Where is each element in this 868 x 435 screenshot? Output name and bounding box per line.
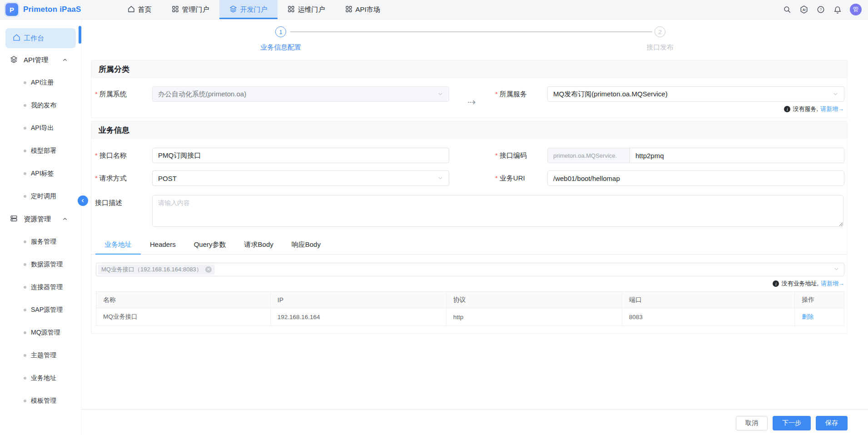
sidebar-item-template-management[interactable]: 模板管理 [0, 390, 81, 412]
sidebar-item-connector-management[interactable]: 连接器管理 [0, 276, 81, 299]
portal-nav: 首页 管理门户 开发门户 运维门户 API市场 [118, 0, 390, 19]
bullet-icon [24, 127, 26, 130]
col-protocol: 协议 [446, 292, 622, 308]
nav-item-api-market[interactable]: API市场 [335, 0, 390, 19]
table-header-row: 名称 IP 协议 端口 操作 [96, 292, 844, 308]
tag-close-icon[interactable]: ✕ [205, 266, 212, 273]
sidebar-item-topic-management[interactable]: 主题管理 [0, 344, 81, 367]
cancel-button[interactable]: 取消 [736, 416, 768, 430]
stepper-step-2: 2 接口发布 [624, 26, 696, 52]
sidebar-item-model-deploy[interactable]: 模型部署 [0, 140, 81, 162]
tab-query-params[interactable]: Query参数 [185, 240, 235, 254]
section-title-category: 所属分类 [91, 60, 847, 78]
api-name-input[interactable] [152, 148, 449, 163]
sidebar-item-my-publish[interactable]: 我的发布 [0, 94, 81, 117]
business-uri-input[interactable] [547, 170, 844, 186]
notification-bell-icon[interactable] [833, 5, 842, 14]
no-address-hint: i 没有业务地址,请新增→ [96, 280, 844, 288]
sidebar-item-api-tags[interactable]: API标签 [0, 162, 81, 185]
sidebar-item-mq-source-management[interactable]: MQ源管理 [0, 321, 81, 344]
bullet-icon [24, 104, 26, 107]
api-code-input[interactable] [630, 148, 844, 163]
user-avatar[interactable]: 管 [850, 4, 862, 15]
grid-icon [288, 5, 295, 14]
sidebar-item-sap-source-management[interactable]: SAP源管理 [0, 299, 81, 321]
description-textarea[interactable] [152, 195, 843, 227]
search-icon[interactable] [783, 5, 792, 14]
sidebar-collapse-button[interactable] [78, 195, 88, 206]
sidebar-item-api-export[interactable]: API导出 [0, 117, 81, 140]
database-icon [10, 215, 18, 224]
tab-business-address[interactable]: 业务地址 [95, 240, 141, 254]
table-row: MQ业务接口 192.168.16.164 http 8083 删除 [96, 308, 844, 326]
sidebar-group-api-management[interactable]: API管理 [0, 49, 81, 71]
main-content: 1 业务信息配置 2 接口发布 所属分类 *所属系统 办公自动化系统(prime… [82, 20, 868, 435]
nav-item-dev-portal[interactable]: 开发门户 [219, 0, 278, 19]
chevron-up-icon [62, 215, 68, 223]
save-button[interactable]: 保存 [816, 416, 848, 430]
description-label: 接口描述 [95, 195, 152, 227]
help-icon[interactable]: ? [816, 5, 825, 14]
col-port: 端口 [622, 292, 794, 308]
address-tag: MQ业务接口（192.168.16.164:8083） ✕ [98, 265, 215, 275]
bullet-icon [24, 172, 26, 175]
sidebar-item-api-register[interactable]: API注册 [0, 71, 81, 94]
scrollbar-thumb[interactable] [79, 26, 81, 44]
method-label: *请求方式 [95, 174, 152, 183]
tab-headers[interactable]: Headers [141, 240, 185, 254]
logo-icon: P [5, 3, 18, 16]
stepper-line [290, 31, 652, 32]
form-area: 所属分类 *所属系统 办公自动化系统(primeton.oa) ⇢ [91, 60, 848, 334]
bullet-icon [24, 195, 26, 198]
topbar-tools: AI ? 管 [783, 4, 862, 15]
chevron-down-icon [437, 90, 443, 98]
chevron-down-icon [437, 175, 443, 182]
address-multiselect[interactable]: MQ业务接口（192.168.16.164:8083） ✕ [96, 263, 844, 276]
add-address-link[interactable]: 请新增→ [821, 280, 844, 288]
next-step-button[interactable]: 下一步 [773, 416, 811, 430]
sidebar-item-workbench[interactable]: 工作台 [5, 28, 76, 48]
system-label: *所属系统 [95, 90, 152, 99]
nav-item-home[interactable]: 首页 [118, 0, 162, 19]
cell-name: MQ业务接口 [96, 308, 271, 326]
bullet-icon [24, 377, 26, 380]
bullet-icon [24, 263, 26, 266]
cell-port: 8083 [622, 308, 794, 326]
section-title-business: 业务信息 [91, 121, 847, 139]
cell-protocol: http [446, 308, 622, 326]
grid-icon [172, 5, 179, 14]
sidebar: 工作台 API管理 API注册 我的发布 API导出 模型部署 API标签 定时… [0, 20, 82, 435]
sidebar-item-scheduled-call[interactable]: 定时调用 [0, 185, 81, 208]
svg-text:AI: AI [803, 8, 806, 11]
chevron-down-icon [833, 265, 839, 274]
uri-label: *业务URI [495, 174, 547, 183]
sidebar-item-service-management[interactable]: 服务管理 [0, 230, 81, 253]
business-info-section: 业务信息 *接口名称 *接口编码 primeton.oa.MQService. [91, 121, 848, 334]
home-icon [128, 5, 135, 14]
service-label: *所属服务 [495, 90, 547, 99]
bullet-icon [24, 240, 26, 243]
col-name: 名称 [96, 292, 271, 308]
system-select[interactable]: 办公自动化系统(primeton.oa) [152, 86, 449, 102]
sidebar-item-datasource-management[interactable]: 数据源管理 [0, 253, 81, 276]
add-service-link[interactable]: 请新增→ [820, 105, 844, 113]
sidebar-group-resource-management[interactable]: 资源管理 [0, 208, 81, 230]
sidebar-item-business-address[interactable]: 业务地址 [0, 367, 81, 390]
step-label: 接口发布 [624, 43, 696, 52]
layers-icon [10, 55, 18, 65]
bullet-icon [24, 354, 26, 357]
bullet-icon [24, 400, 26, 402]
ai-assistant-icon[interactable]: AI [799, 5, 808, 14]
tab-request-body[interactable]: 请求Body [235, 240, 283, 254]
nav-item-ops-portal[interactable]: 运维门户 [278, 0, 335, 19]
method-select[interactable]: POST [152, 170, 449, 186]
service-select[interactable]: MQ发布订阅(primeton.oa.MQService) [547, 86, 844, 102]
col-action: 操作 [795, 292, 844, 308]
info-icon: i [773, 280, 779, 287]
col-ip: IP [270, 292, 446, 308]
detail-tabs: 业务地址 Headers Query参数 请求Body 响应Body [91, 240, 847, 255]
delete-row-link[interactable]: 删除 [802, 313, 813, 320]
stepper-step-1: 1 业务信息配置 [244, 26, 317, 52]
nav-item-admin-portal[interactable]: 管理门户 [162, 0, 219, 19]
tab-response-body[interactable]: 响应Body [283, 240, 330, 254]
